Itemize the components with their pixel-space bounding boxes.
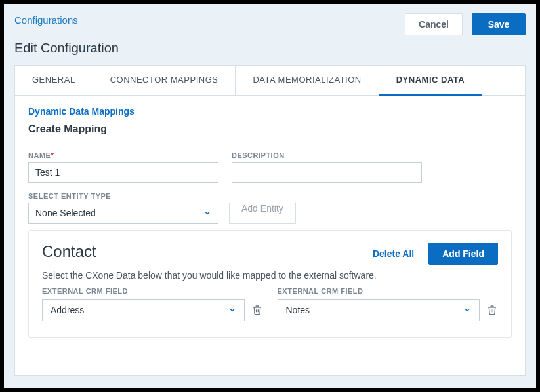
- description-input[interactable]: [232, 162, 422, 183]
- crm-field-select-1[interactable]: Notes: [278, 299, 480, 321]
- chevron-down-icon: [463, 306, 471, 314]
- delete-all-button[interactable]: Delete All: [366, 243, 421, 264]
- entity-type-value: None Selected: [35, 208, 96, 218]
- card-title: Contact: [42, 243, 96, 261]
- crm-field-select-0[interactable]: Address: [42, 299, 245, 321]
- crm-field-value-0: Address: [51, 305, 84, 315]
- chevron-down-icon: [203, 209, 211, 217]
- required-star: *: [51, 151, 54, 159]
- cancel-button[interactable]: Cancel: [405, 13, 463, 35]
- add-field-button[interactable]: Add Field: [428, 243, 498, 265]
- save-button[interactable]: Save: [472, 13, 526, 35]
- tab-general[interactable]: GENERAL: [15, 66, 93, 95]
- tab-data-memorialization[interactable]: DATA MEMORIALIZATION: [236, 66, 379, 95]
- breadcrumb[interactable]: Configurations: [14, 10, 78, 26]
- name-label: NAME*: [28, 151, 218, 159]
- dynamic-data-mappings-link[interactable]: Dynamic Data Mappings: [28, 106, 512, 117]
- tabs-bar: GENERAL CONNECTOR MAPPINGS DATA MEMORIAL…: [15, 66, 525, 96]
- trash-icon[interactable]: [251, 304, 263, 317]
- add-entity-button[interactable]: Add Entity: [229, 203, 296, 224]
- create-mapping-heading: Create Mapping: [28, 123, 512, 142]
- crm-field-label-0: EXTERNAL CRM FIELD: [42, 287, 263, 295]
- crm-field-label-1: EXTERNAL CRM FIELD: [278, 287, 499, 295]
- crm-field-value-1: Notes: [286, 305, 310, 315]
- description-label: DESCRIPTION: [232, 151, 422, 159]
- page-title: Edit Configuration: [4, 35, 536, 65]
- entity-type-select[interactable]: None Selected: [28, 203, 218, 224]
- entity-type-label: SELECT ENTITY TYPE: [28, 192, 512, 200]
- chevron-down-icon: [228, 306, 236, 314]
- tab-connector-mappings[interactable]: CONNECTOR MAPPINGS: [93, 66, 236, 95]
- card-description: Select the CXone Data below that you wou…: [42, 270, 498, 281]
- trash-icon[interactable]: [486, 304, 498, 317]
- name-input[interactable]: [28, 162, 218, 183]
- tab-dynamic-data[interactable]: DYNAMIC DATA: [379, 66, 482, 96]
